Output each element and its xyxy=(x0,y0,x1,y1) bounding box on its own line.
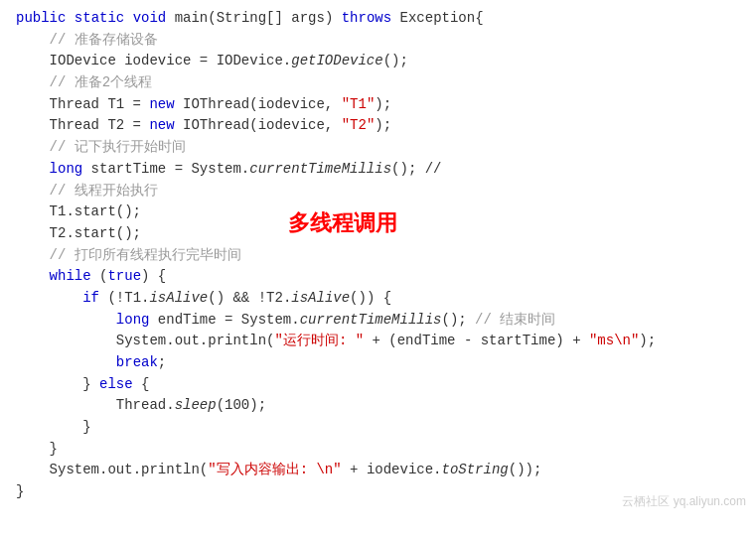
code-line: // 准备存储设备 xyxy=(16,30,740,52)
code-line: // 线程开始执行 xyxy=(16,181,740,202)
code-line: // 打印所有线程执行完毕时间 xyxy=(16,245,740,267)
code-line: while (true) { xyxy=(16,266,740,288)
code-line: long endTime = System.currentTimeMillis(… xyxy=(16,310,740,332)
watermark: 云栖社区 yq.aliyun.com xyxy=(622,492,746,511)
code-line: Thread T1 = new IOThread(iodevice, "T1")… xyxy=(16,94,740,116)
code-lines: public static void main(String[] args) t… xyxy=(16,8,740,503)
code-line: Thread.sleep(100); xyxy=(16,395,740,417)
code-line: } else { xyxy=(16,374,740,396)
code-line: IODevice iodevice = IODevice.getIODevice… xyxy=(16,51,740,72)
code-line: // 准备2个线程 xyxy=(16,72,740,94)
code-line: break; xyxy=(16,352,740,374)
code-line: public static void main(String[] args) t… xyxy=(16,8,740,30)
code-block: public static void main(String[] args) t… xyxy=(0,0,756,519)
annotation-label: 多线程调用 xyxy=(288,206,397,240)
code-line: } xyxy=(16,439,740,461)
code-line: // 记下执行开始时间 xyxy=(16,137,740,159)
code-line: long startTime = System.currentTimeMilli… xyxy=(16,159,740,181)
code-line: System.out.println("运行时间: " + (endTime -… xyxy=(16,331,740,352)
code-line: } xyxy=(16,417,740,439)
code-line: Thread T2 = new IOThread(iodevice, "T2")… xyxy=(16,115,740,137)
code-line: if (!T1.isAlive() && !T2.isAlive()) { xyxy=(16,288,740,310)
code-line: System.out.println("写入内容输出: \n" + iodevi… xyxy=(16,460,740,481)
